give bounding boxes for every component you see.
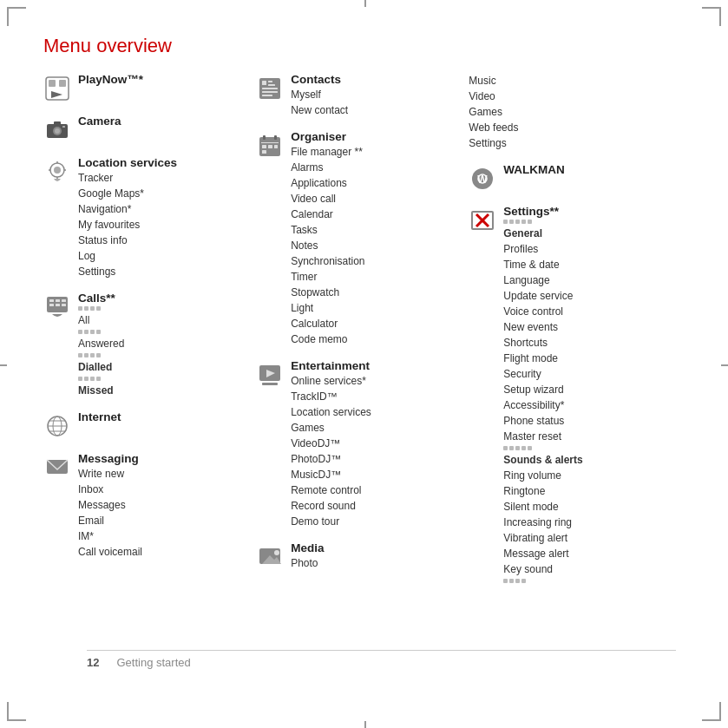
settings-sub: General ProfilesTime & dateLanguageUpdat…: [503, 226, 693, 583]
svg-rect-1: [49, 80, 56, 87]
page-content: Menu overview PlayNow™*: [43, 35, 702, 693]
location-label: Location services: [78, 156, 247, 169]
playnow-icon: [43, 75, 71, 102]
svg-rect-45: [262, 383, 278, 385]
column-3: MusicVideoGamesWeb feedsSettings W WALKM…: [469, 73, 702, 597]
tick-left: [0, 364, 7, 366]
svg-rect-8: [62, 126, 65, 128]
calls-text: Calls** All: [78, 292, 247, 398]
contacts-sub: MyselfNew contact: [291, 87, 460, 118]
internet-icon: [43, 412, 71, 440]
column-2: Contacts MyselfNew contact: [256, 73, 469, 583]
playnow-text: PlayNow™*: [78, 73, 247, 87]
media-icon: [256, 543, 284, 571]
messaging-text: Messaging Write newInboxMessagesEmailIM*…: [78, 452, 247, 560]
media-text: Media Photo: [291, 541, 460, 571]
svg-marker-3: [51, 91, 62, 98]
svg-rect-7: [54, 121, 61, 125]
svg-rect-16: [49, 299, 54, 302]
organiser-text: Organiser File manager **AlarmsApplicati…: [291, 130, 460, 347]
music-section: MusicVideoGamesWeb feedsSettings: [469, 73, 693, 151]
svg-rect-32: [262, 88, 278, 89]
svg-rect-29: [262, 81, 266, 85]
section-camera: Camera: [43, 115, 247, 144]
svg-rect-42: [262, 150, 266, 154]
calls-label: Calls**: [78, 292, 247, 305]
svg-rect-2: [59, 80, 66, 87]
svg-rect-34: [262, 95, 272, 96]
svg-point-6: [55, 128, 60, 134]
svg-rect-40: [268, 145, 272, 148]
calls-icon: [43, 293, 71, 321]
camera-text: Camera: [78, 115, 247, 128]
column-1: PlayNow™* Camera: [43, 73, 256, 572]
svg-rect-17: [56, 299, 60, 302]
contacts-label: Contacts: [291, 73, 460, 86]
section-media: Media Photo: [256, 541, 460, 571]
svg-rect-21: [62, 304, 66, 306]
svg-rect-39: [262, 145, 266, 148]
tick-right: [721, 364, 728, 366]
columns-container: PlayNow™* Camera: [43, 73, 702, 597]
svg-rect-18: [62, 299, 66, 302]
section-playnow: PlayNow™*: [43, 73, 247, 102]
messaging-sub: Write newInboxMessagesEmailIM*Call voice…: [78, 466, 247, 560]
svg-rect-20: [56, 304, 60, 306]
corner-mark-br: [702, 702, 721, 721]
entertainment-label: Entertainment: [291, 359, 460, 372]
media-label: Media: [291, 541, 460, 554]
location-icon: [43, 158, 71, 186]
organiser-sub: File manager **AlarmsApplicationsVideo c…: [291, 144, 460, 347]
page-title: Menu overview: [43, 35, 702, 57]
calls-sub: All Answered: [78, 306, 247, 398]
sounds-header: Sounds & alerts: [503, 454, 582, 466]
section-contacts: Contacts MyselfNew contact: [256, 73, 460, 118]
svg-rect-30: [268, 81, 272, 82]
svg-rect-38: [261, 142, 279, 143]
section-organiser: Organiser File manager **AlarmsApplicati…: [256, 130, 460, 347]
walkman-text: WALKMAN: [503, 163, 693, 177]
svg-rect-19: [49, 304, 54, 306]
tick-top: [364, 0, 366, 7]
general-header: General: [503, 227, 542, 239]
location-text: Location services TrackerGoogle Maps*Nav…: [78, 156, 247, 279]
section-walkman: W WALKMAN: [469, 163, 693, 193]
section-calls: Calls** All: [43, 292, 247, 398]
section-location: Location services TrackerGoogle Maps*Nav…: [43, 156, 247, 279]
camera-label: Camera: [78, 115, 247, 128]
camera-icon: [43, 116, 71, 144]
media-sub: Photo: [291, 555, 460, 571]
entertainment-text: Entertainment Online services*TrackID™Lo…: [291, 359, 460, 529]
music-sub: MusicVideoGamesWeb feedsSettings: [469, 73, 693, 151]
walkman-icon: W: [469, 165, 496, 193]
walkman-label: WALKMAN: [503, 163, 693, 176]
section-messaging: Messaging Write newInboxMessagesEmailIM*…: [43, 452, 247, 560]
svg-rect-31: [268, 84, 275, 86]
svg-rect-41: [274, 145, 278, 148]
organiser-icon: [256, 132, 284, 160]
svg-rect-33: [262, 91, 278, 93]
footer-page-number: 12: [87, 656, 99, 669]
svg-point-10: [54, 167, 61, 174]
settings-label: Settings**: [503, 205, 693, 218]
messaging-icon: [43, 454, 71, 482]
entertainment-icon: [256, 361, 284, 389]
entertainment-sub: Online services*TrackID™Location service…: [291, 373, 460, 529]
svg-rect-37: [274, 135, 277, 140]
contacts-icon: [256, 75, 284, 102]
corner-mark-tr: [702, 7, 721, 26]
playnow-label: PlayNow™*: [78, 73, 247, 86]
corner-mark-tl: [7, 7, 26, 26]
svg-point-48: [274, 550, 279, 555]
section-internet: Internet: [43, 410, 247, 440]
messaging-label: Messaging: [78, 452, 247, 465]
footer: 12 Getting started: [87, 650, 676, 669]
tick-bottom: [364, 721, 366, 728]
organiser-label: Organiser: [291, 130, 460, 143]
internet-text: Internet: [78, 410, 247, 424]
section-settings: Settings** General ProfilesTime & dateLa…: [469, 205, 693, 585]
contacts-text: Contacts MyselfNew contact: [291, 73, 460, 118]
settings-icon: [469, 207, 496, 234]
section-entertainment: Entertainment Online services*TrackID™Lo…: [256, 359, 460, 529]
footer-label: Getting started: [116, 656, 190, 669]
